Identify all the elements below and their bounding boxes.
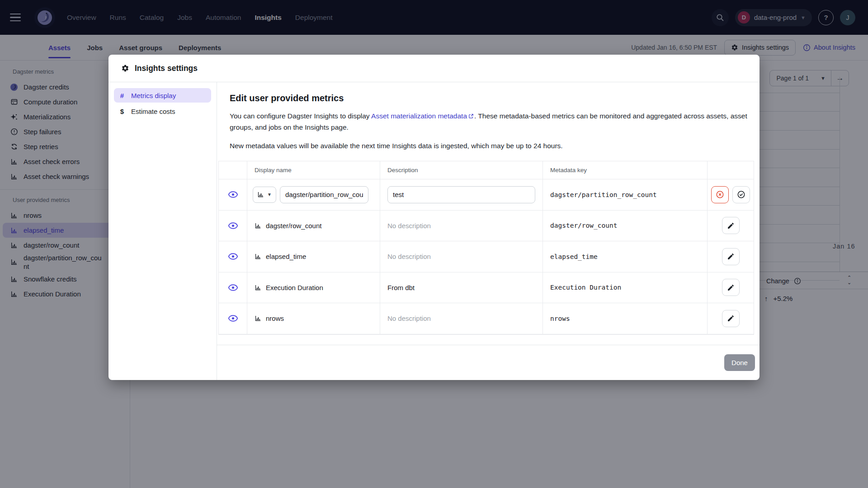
description-input[interactable]	[387, 186, 535, 203]
header-visibility	[219, 161, 247, 179]
table-row-metadata-key-cell: Execution Duration	[543, 272, 708, 304]
table-row-description-cell	[380, 179, 543, 211]
table-row-description-cell: No description	[380, 211, 543, 242]
insights-settings-modal: Insights settings # Metrics display $ Es…	[108, 55, 760, 380]
modal-content: Edit user provided metrics You can confi…	[217, 82, 760, 380]
dollar-icon: $	[119, 108, 125, 115]
modal-settings-nav: # Metrics display $ Estimate costs	[108, 82, 217, 380]
modal-intro-paragraph: You can configure Dagster Insights to di…	[230, 111, 747, 132]
visibility-eye-toggle[interactable]	[227, 250, 239, 263]
visibility-eye-toggle[interactable]	[227, 188, 239, 201]
bar-chart-icon	[255, 253, 261, 260]
header-description: Description	[380, 161, 543, 179]
external-link-icon	[468, 112, 474, 122]
modal-title: Insights settings	[135, 64, 198, 73]
header-metadata-key: Metadata key	[543, 161, 708, 179]
edit-metric-button[interactable]	[722, 248, 740, 265]
modal-note-paragraph: New metadata values will be available th…	[230, 141, 747, 151]
edit-metric-button[interactable]	[722, 217, 740, 234]
asset-materialization-metadata-link[interactable]: Asset materialization metadata	[371, 112, 474, 120]
table-row-description-cell: No description	[380, 303, 543, 334]
done-button[interactable]: Done	[724, 354, 755, 371]
table-row-metadata-key-cell: dagster/row_count	[543, 211, 708, 242]
modal-nav-metrics-display[interactable]: # Metrics display	[114, 88, 211, 103]
modal-footer: Done	[217, 345, 760, 380]
modal-nav-estimate-costs[interactable]: $ Estimate costs	[114, 104, 211, 118]
table-row-visibility-cell	[219, 211, 247, 242]
cancel-edit-button[interactable]	[711, 186, 729, 203]
table-row-actions-cell	[708, 272, 754, 304]
modal-heading: Edit user provided metrics	[230, 93, 752, 103]
table-row-metadata-key-cell: nrows	[543, 303, 708, 334]
bar-chart-icon	[255, 315, 261, 322]
gear-icon	[121, 64, 129, 72]
table-row-actions-cell	[708, 179, 754, 211]
edit-metric-button[interactable]	[722, 310, 740, 327]
visibility-eye-toggle[interactable]	[227, 220, 239, 232]
table-row-visibility-cell	[219, 303, 247, 334]
table-row-description-cell: From dbt	[380, 272, 543, 304]
header-display-name: Display name	[247, 161, 380, 179]
bar-chart-icon	[255, 284, 261, 291]
edit-metric-button[interactable]	[722, 279, 740, 296]
table-row-visibility-cell	[219, 272, 247, 304]
table-row-description-cell: No description	[380, 241, 543, 272]
table-row-visibility-cell	[219, 179, 247, 211]
table-row-display-name-cell: nrows	[247, 303, 380, 334]
bar-chart-icon	[255, 222, 261, 229]
visibility-eye-toggle[interactable]	[227, 282, 239, 294]
table-row-actions-cell	[708, 211, 754, 242]
chart-type-select[interactable]: ▼	[253, 187, 276, 203]
table-row-display-name-cell: dagster/row_count	[247, 211, 380, 242]
table-row-actions-cell	[708, 303, 754, 334]
header-actions	[708, 161, 754, 179]
table-row-display-name-cell: elapsed_time	[247, 241, 380, 272]
table-row-display-name-cell: ▼	[247, 179, 380, 211]
user-metrics-table: Display name Description Metadata key ▼	[218, 161, 754, 335]
visibility-eye-toggle[interactable]	[227, 312, 239, 324]
confirm-edit-button[interactable]	[732, 186, 750, 203]
display-name-input[interactable]	[280, 186, 368, 203]
table-row-metadata-key-cell: dagster/partition_row_count	[543, 179, 708, 211]
hash-icon: #	[119, 92, 125, 99]
table-row-actions-cell	[708, 241, 754, 272]
chevron-down-icon: ▼	[267, 192, 272, 197]
table-row-metadata-key-cell: elapsed_time	[543, 241, 708, 272]
table-row-display-name-cell: Execution Duration	[247, 272, 380, 304]
modal-header: Insights settings	[108, 55, 760, 82]
table-row-visibility-cell	[219, 241, 247, 272]
